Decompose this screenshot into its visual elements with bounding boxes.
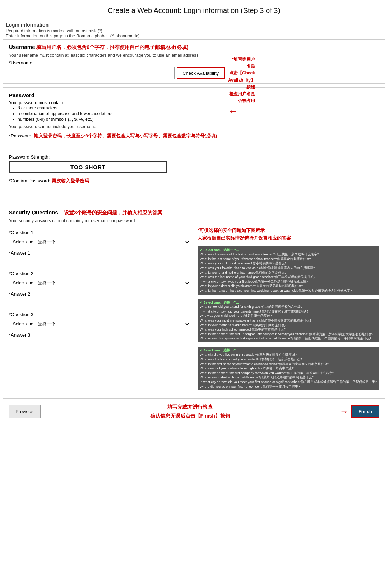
password-rules-intro: Your password must contain: bbox=[9, 100, 379, 105]
username-highlight-text: 填写用户名，必须包含6个字符，推荐使用自己的电子邮箱地址(必填) bbox=[36, 44, 188, 50]
username-section: Username 填写用户名，必须包含6个字符，推荐使用自己的电子邮箱地址(必填… bbox=[3, 39, 385, 84]
username-section-title: Username bbox=[9, 44, 35, 50]
password-strength-label: Password Strength: bbox=[9, 154, 379, 160]
password-strength-bar: TOO SHORT bbox=[9, 161, 167, 173]
dropdown-preview-1: ✓ Select one... 选择一个... What was the nam… bbox=[198, 246, 379, 295]
security-section-title: Security Questions bbox=[9, 209, 58, 215]
dropdown-preview-3: ✓ Select one... 选择一个... What city did yo… bbox=[198, 347, 379, 390]
q1-label: *Question 1: bbox=[9, 230, 190, 235]
password-highlight: 输入登录密码，长度至少8个字符、需要包含大写与小写字母、需要包含数字与符号(必填… bbox=[34, 133, 217, 138]
password-no-username-note: Your password cannot include your userna… bbox=[9, 124, 379, 129]
q3-label: *Question 3: bbox=[9, 312, 190, 317]
login-info-heading: Login information bbox=[6, 22, 382, 28]
previous-button[interactable]: Previous bbox=[9, 405, 41, 418]
a3-input[interactable] bbox=[9, 339, 190, 350]
password-rules: Your password must contain: 8 or more ch… bbox=[9, 100, 379, 122]
username-description: Your username must contain at least six … bbox=[9, 53, 379, 58]
confirm-password-label: *Confirm Password: 再次输入登录密码 bbox=[9, 178, 379, 184]
q2-label: *Question 2: bbox=[9, 271, 190, 276]
username-label: *Username: bbox=[9, 60, 379, 65]
q2-select[interactable]: Select one... 选择一个...What school did you… bbox=[9, 278, 190, 288]
check-annotation-3: 检查用户名是否被占用 bbox=[229, 91, 255, 103]
page-title: Create a Web Account: Login information … bbox=[0, 0, 388, 20]
footer-note: 填写完成并进行检查 确认信息无误后点击【Finish】按钮 bbox=[41, 402, 340, 420]
password-rule-1: 8 or more characters bbox=[18, 105, 379, 110]
q3-select[interactable]: Select one... 选择一个...What city did you l… bbox=[9, 319, 190, 329]
check-arrow-icon: ← bbox=[228, 106, 238, 117]
password-section-title: Password bbox=[9, 92, 379, 98]
security-right-annotation: *可供选择的安全问题如下图所示 大家根据自己实际情况选择并设置相应的答案 bbox=[198, 227, 379, 242]
footer-center: 填写完成并进行检查 确认信息无误后点击【Finish】按钮 bbox=[41, 402, 340, 420]
q1-select[interactable]: Select one... 选择一个...What was the name o… bbox=[9, 237, 190, 247]
a1-input[interactable] bbox=[9, 257, 190, 268]
a3-label: *Answer 3: bbox=[9, 332, 190, 338]
required-note: Required information is marked with an a… bbox=[6, 28, 382, 33]
password-input[interactable] bbox=[9, 141, 167, 151]
a1-label: *Answer 1: bbox=[9, 250, 190, 256]
security-right-col: *可供选择的安全问题如下图所示 大家根据自己实际情况选择并设置相应的答案 ✓ S… bbox=[198, 227, 379, 390]
security-left-col: *Question 1: Select one... 选择一个...What w… bbox=[9, 227, 190, 390]
security-note: Your security answers cannot contain you… bbox=[9, 218, 379, 223]
password-rule-2: a combination of uppercase and lowercase… bbox=[18, 111, 379, 116]
finish-button[interactable]: Finish bbox=[351, 405, 379, 418]
a2-label: *Answer 2: bbox=[9, 291, 190, 297]
alphabet-note: Enter information on this page in the Ro… bbox=[6, 33, 382, 38]
footer: Previous 填写完成并进行检查 确认信息无误后点击【Finish】按钮 →… bbox=[3, 398, 385, 424]
password-label: *Password: 输入登录密码，长度至少8个字符、需要包含大写与小写字母、需… bbox=[9, 133, 379, 139]
top-notes: Login information Required information i… bbox=[0, 20, 388, 39]
check-availability-button[interactable]: Check Availability bbox=[177, 67, 225, 79]
security-title-highlight: 设置3个账号的安全问题，并输入相应的答案 bbox=[64, 210, 162, 216]
confirm-password-highlight: 再次输入登录密码 bbox=[52, 178, 89, 183]
check-annotation-2: 点击【Check Availability】按钮 bbox=[228, 70, 255, 89]
dropdown-preview-2: ✓ Select one... 选择一个... What school did … bbox=[198, 299, 379, 342]
security-questions-section: Security Questions 设置3个账号的安全问题，并输入相应的答案 … bbox=[3, 205, 385, 395]
password-section: Password Your password must contain: 8 o… bbox=[3, 87, 385, 201]
check-annotation-1: *填写完用户名后 bbox=[232, 57, 255, 69]
password-rule-3: numbers (0-9) or symbols (#, $, %, etc.) bbox=[18, 117, 379, 122]
username-input[interactable] bbox=[9, 67, 175, 79]
finish-arrow-icon: → bbox=[340, 406, 348, 416]
confirm-password-input[interactable] bbox=[9, 186, 167, 196]
a2-input[interactable] bbox=[9, 298, 190, 309]
